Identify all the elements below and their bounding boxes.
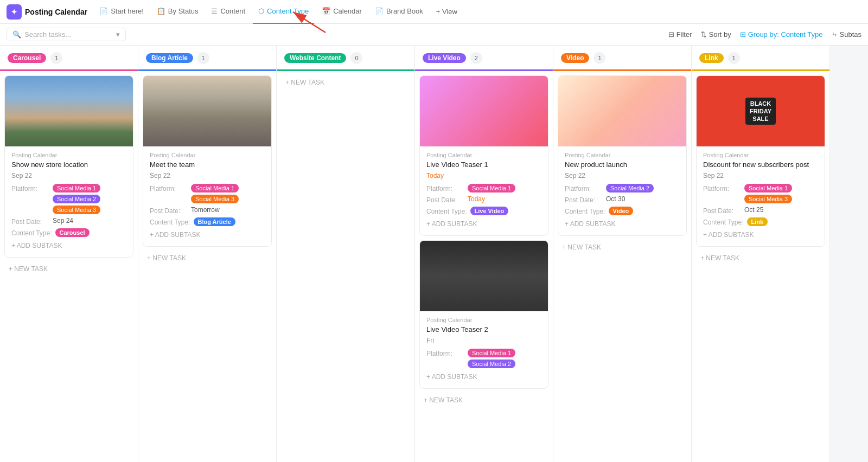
add-subtask-button[interactable]: + ADD SUBTASK (426, 371, 541, 383)
platform-tag: Social Media 3 (744, 195, 792, 203)
group-by-button[interactable]: ⊞ Group by: Content Type (740, 30, 823, 39)
filter-icon: ⊟ (668, 30, 674, 39)
column-body-video: Posting CalendarNew product launchSep 22… (553, 71, 691, 462)
app-logo[interactable]: ✦ Posting Calendar (7, 4, 87, 20)
content-type-tag: Blog Article (194, 217, 235, 226)
platform-label: Platform: (11, 184, 49, 193)
content-type-tag: Live Video (470, 207, 509, 215)
subtasks-label: Subtas (840, 30, 861, 39)
subtasks-icon: ⤷ (832, 30, 838, 39)
card-image (558, 76, 686, 146)
platform-label: Platform: (426, 349, 464, 357)
subtasks-button[interactable]: ⤷ Subtas (832, 30, 861, 39)
tab-content[interactable]: ☰ Content (206, 0, 251, 24)
column-body-website: + NEW TASK (277, 71, 414, 462)
card-meta: Posting Calendar (565, 152, 680, 158)
card-title: New product launch (565, 161, 680, 169)
card-platform-field: Platform:Social Media 1Social Media 2 (426, 349, 541, 368)
task-card[interactable]: Posting CalendarLive Video Teaser 2FriPl… (419, 240, 548, 389)
card-post-date-field: Post Date:Oct 30 (565, 195, 680, 204)
platform-tag: Social Media 3 (53, 206, 100, 214)
tab-calendar[interactable]: 📅 Calendar (316, 0, 367, 24)
post-date-value: Oct 30 (606, 195, 625, 203)
new-task-button[interactable]: + NEW TASK (419, 393, 548, 407)
card-platform-field: Platform:Social Media 1 (426, 184, 541, 193)
task-card[interactable]: Posting CalendarNew product launchSep 22… (558, 75, 687, 236)
card-image (143, 76, 271, 146)
platform-values: Social Media 1 (468, 184, 515, 193)
new-task-button[interactable]: + NEW TASK (143, 251, 272, 265)
board: Carousel1Posting CalendarShow new store … (0, 46, 868, 462)
task-card[interactable]: Posting CalendarShow new store locationS… (4, 75, 133, 258)
column-header-blog: Blog Article1 (138, 46, 276, 71)
tab-start[interactable]: 📄 Start here! (94, 0, 149, 24)
add-subtask-button[interactable]: + ADD SUBTASK (150, 229, 265, 241)
filter-button[interactable]: ⊟ Filter (668, 30, 692, 39)
column-count-website: 0 (350, 52, 362, 64)
add-view-button[interactable]: + View (431, 8, 463, 16)
new-task-button[interactable]: + NEW TASK (558, 240, 687, 254)
tab-start-label: Start here! (111, 7, 144, 15)
search-box[interactable]: 🔍 ▾ (7, 28, 126, 41)
column-tag-carousel: Carousel (8, 53, 46, 63)
platform-values: Social Media 1Social Media 3 (744, 184, 818, 203)
column-body-link: BLACKFRIDAYSALEPosting CalendarDiscount … (692, 71, 829, 462)
column-tag-live-video: Live Video (423, 53, 466, 63)
tab-brand-book[interactable]: 📄 Brand Book (369, 0, 429, 24)
card-body: Posting CalendarMeet the teamSep 22Platf… (143, 146, 271, 246)
column-body-carousel: Posting CalendarShow new store locationS… (0, 71, 138, 462)
column-live-video: Live Video2Posting CalendarLive Video Te… (415, 46, 553, 462)
add-subtask-button[interactable]: + ADD SUBTASK (703, 229, 818, 241)
column-website: Website Content0+ NEW TASK (277, 46, 415, 462)
sort-icon: ⇅ (701, 30, 707, 39)
tab-by-status-label: By Status (168, 7, 199, 15)
column-body-live-video: Posting CalendarLive Video Teaser 1Today… (415, 71, 553, 462)
tab-content-label: Content (220, 7, 245, 15)
new-task-button[interactable]: + NEW TASK (696, 251, 825, 265)
add-subtask-button[interactable]: + ADD SUBTASK (565, 218, 680, 230)
task-card[interactable]: Posting CalendarMeet the teamSep 22Platf… (143, 75, 272, 247)
sort-by-button[interactable]: ⇅ Sort by (701, 30, 731, 39)
card-content-type-field: Content Type:Live Video (426, 207, 541, 215)
card-post-date-field: Post Date:Today (426, 195, 541, 204)
search-dropdown-icon[interactable]: ▾ (116, 30, 120, 39)
task-card[interactable]: BLACKFRIDAYSALEPosting CalendarDiscount … (696, 75, 825, 247)
logo-icon: ✦ (7, 4, 22, 20)
card-post-date-field: Post Date:Sep 24 (11, 217, 126, 226)
add-subtask-button[interactable]: + ADD SUBTASK (426, 218, 541, 230)
column-link: Link1BLACKFRIDAYSALEPosting CalendarDisc… (692, 46, 830, 462)
card-platform-field: Platform:Social Media 2 (565, 184, 680, 193)
filter-label: Filter (676, 30, 692, 39)
card-meta: Posting Calendar (426, 152, 541, 158)
card-title: Meet the team (150, 161, 265, 169)
column-header-website: Website Content0 (277, 46, 414, 71)
search-input[interactable] (24, 30, 113, 39)
toolbar-right: ⊟ Filter ⇅ Sort by ⊞ Group by: Content T… (668, 30, 861, 39)
task-card[interactable]: Posting CalendarLive Video Teaser 1Today… (419, 75, 548, 236)
group-icon: ⊞ (740, 30, 746, 39)
top-nav: ✦ Posting Calendar 📄 Start here! 📋 By St… (0, 0, 868, 24)
platform-tag: Social Media 2 (53, 195, 100, 203)
column-tag-website: Website Content (284, 53, 346, 63)
platform-values: Social Media 1Social Media 2 (468, 349, 541, 368)
new-task-button[interactable]: + NEW TASK (281, 75, 410, 89)
post-date-label: Post Date: (150, 206, 188, 215)
column-header-live-video: Live Video2 (415, 46, 553, 71)
platform-tag: Social Media 3 (191, 195, 239, 203)
column-video: Video1Posting CalendarNew product launch… (553, 46, 692, 462)
app-title: Posting Calendar (25, 8, 87, 16)
post-date-value: Oct 25 (744, 206, 763, 214)
column-header-carousel: Carousel1 (0, 46, 138, 71)
post-date-label: Post Date: (11, 217, 49, 226)
card-post-date-field: Post Date:Tomorrow (150, 206, 265, 215)
tab-content-type-label: Content Type (267, 7, 309, 15)
card-title: Live Video Teaser 1 (426, 161, 541, 169)
tab-by-status[interactable]: 📋 By Status (151, 0, 204, 24)
column-tag-video: Video (561, 53, 589, 63)
start-icon: 📄 (99, 7, 108, 15)
tab-content-type[interactable]: ⬡ Content Type (253, 0, 314, 24)
new-task-button[interactable]: + NEW TASK (4, 262, 133, 276)
add-subtask-button[interactable]: + ADD SUBTASK (11, 240, 126, 252)
column-header-link: Link1 (692, 46, 829, 71)
card-meta: Posting Calendar (150, 152, 265, 158)
